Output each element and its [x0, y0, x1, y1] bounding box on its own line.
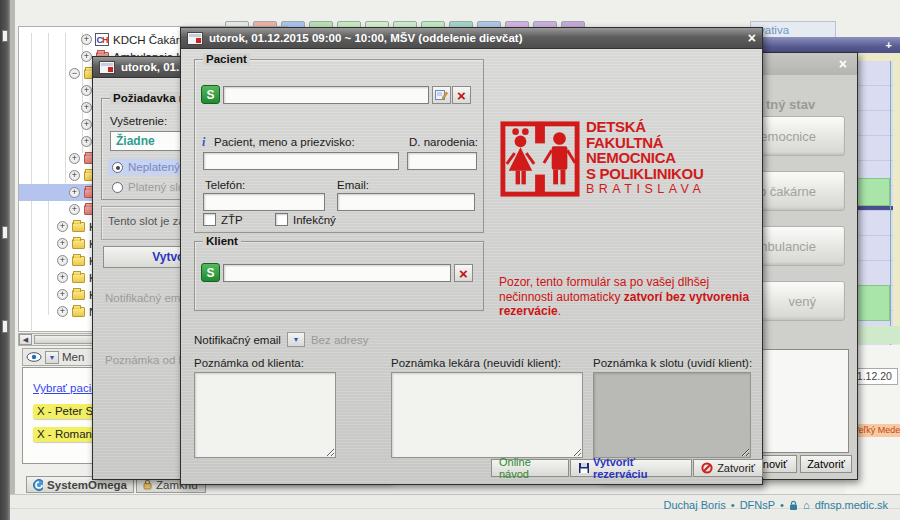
note-client-label: Poznámka od klienta:: [194, 357, 336, 369]
button-label: Zatvoriť: [717, 462, 755, 474]
patient-name-input[interactable]: [203, 152, 399, 170]
hospital-logo-mark: [499, 119, 581, 199]
clear-x-icon: ×: [459, 266, 468, 281]
close-button[interactable]: Zatvoriť: [800, 455, 852, 473]
expand-plus-icon[interactable]: +: [57, 306, 68, 317]
examination-label: Vyšetrenie:: [110, 115, 167, 127]
folder-yellow-icon: [72, 256, 85, 266]
expand-plus-icon[interactable]: +: [57, 255, 68, 266]
expand-plus-icon[interactable]: +: [81, 119, 92, 130]
ztp-checkbox[interactable]: [203, 213, 216, 226]
dialog-heading: tný stav: [766, 97, 815, 112]
dialog-white-panel: [751, 349, 849, 453]
expand-plus-icon[interactable]: +: [69, 170, 80, 181]
folder-yellow-icon: [72, 273, 85, 283]
online-help-button[interactable]: Online návod: [491, 459, 569, 477]
status-site[interactable]: dfnsp.medic.sk: [815, 499, 888, 511]
folder-yellow-icon: [72, 239, 85, 249]
patient-clear-button[interactable]: ×: [452, 86, 471, 104]
expand-plus-icon[interactable]: +: [57, 289, 68, 300]
close-icon[interactable]: ×: [839, 57, 847, 71]
patient-groupbox: Pacient S × i Pacient, meno a priezvisko…: [194, 59, 484, 233]
phone-label: Telefón:: [205, 179, 245, 191]
notification-email-value: Bez adresy: [311, 334, 369, 346]
dob-label: D. narodenia:: [409, 136, 478, 148]
expand-plus-icon[interactable]: +: [57, 272, 68, 283]
patient-search-input[interactable]: [223, 86, 429, 104]
select-patient-link[interactable]: Vybrať pacie: [33, 382, 98, 394]
info-icon: i: [202, 135, 205, 150]
expand-plus-icon[interactable]: +: [69, 187, 80, 198]
patient-edit-button[interactable]: [432, 86, 451, 104]
selected-value: Žiadne: [116, 134, 155, 148]
expand-plus-icon[interactable]: +: [69, 204, 80, 215]
dob-input[interactable]: [407, 152, 477, 170]
chevron-down-icon: ▼: [292, 336, 299, 343]
note-client-textarea[interactable]: [194, 372, 336, 458]
infectious-label: Infekčný: [293, 214, 336, 226]
status-user: Duchaj Boris: [663, 499, 725, 511]
slot-info-text: Tento slot je za: [108, 215, 185, 227]
client-search-icon[interactable]: S: [201, 263, 220, 282]
expand-plus-icon[interactable]: +: [81, 85, 92, 96]
logo-line: NEMOCNICA: [586, 150, 705, 166]
button-label: Online návod: [499, 456, 561, 480]
edge-marker: [2, 320, 8, 333]
dialog-footer-buttons: Online návod Vytvoriť rezerváciu Zatvori…: [491, 459, 763, 477]
client-clear-button[interactable]: ×: [454, 264, 473, 282]
expand-plus-icon[interactable]: +: [57, 238, 68, 249]
note-doctor-label: Poznámka lekára (neuvidí klient):: [391, 357, 583, 369]
patient-search-icon[interactable]: S: [201, 85, 220, 104]
expand-plus-icon[interactable]: +: [81, 136, 92, 147]
radio-paid-slot[interactable]: Platený slot: [108, 179, 191, 195]
plus-badge[interactable]: +: [886, 39, 892, 51]
edge-marker: [2, 226, 8, 239]
client-search-input[interactable]: [223, 264, 451, 282]
expand-plus-icon[interactable]: +: [69, 153, 80, 164]
expand-plus-icon[interactable]: +: [81, 34, 92, 45]
email-dropdown-button[interactable]: ▼: [287, 332, 305, 347]
clear-x-icon: ×: [457, 88, 466, 103]
logo-line: S POLIKLINIKOU: [586, 166, 705, 182]
status-bar: Duchaj Boris • DFNsP • ⌂ dfnsp.medic.sk: [663, 499, 888, 511]
notification-email-label: Notifikačný email: [105, 292, 192, 304]
calendar-icon: [99, 61, 115, 74]
expand-plus-icon[interactable]: +: [81, 102, 92, 113]
note-doctor-textarea[interactable]: [391, 372, 583, 458]
notification-email-label: Notifikačný email: [194, 334, 281, 346]
button-label: Zatvoriť: [807, 458, 845, 470]
close-dialog-button[interactable]: Zatvoriť: [693, 459, 763, 477]
systemomega-logo-icon: [33, 479, 43, 491]
home-icon: ⌂: [803, 499, 810, 511]
expand-plus-icon[interactable]: +: [57, 221, 68, 232]
patient-name-label: Pacient, meno a priezvisko:: [214, 136, 355, 148]
email-input[interactable]: [337, 193, 475, 211]
button-label: noviť: [763, 458, 787, 470]
calendar-grid-line: [890, 61, 891, 345]
note-doctor-column: Poznámka lekára (neuvidí klient):: [391, 357, 583, 462]
expand-plus-icon[interactable]: +: [81, 51, 92, 62]
edit-form-icon: [435, 89, 448, 101]
chevron-down-icon[interactable]: ▼: [45, 351, 59, 364]
infectious-checkbox[interactable]: [275, 213, 288, 226]
note-slot-label: Poznámka k slotu (uvidí klient):: [593, 357, 752, 369]
folder-yellow-icon: [72, 307, 85, 317]
desktop: + CH KDCH Čakáreň + Ambulancie KD − + + …: [0, 0, 900, 520]
close-icon[interactable]: ×: [748, 31, 756, 45]
status-org: DFNsP: [740, 499, 775, 511]
create-reservation-button[interactable]: Vytvoriť rezerváciu: [570, 459, 692, 477]
dialog-titlebar[interactable]: utorok, 01.12.2015 09:00 ~ 10:00, MŠV (o…: [181, 28, 762, 49]
edge-marker: [2, 30, 8, 42]
notification-email-row: Notifikačný email ▼ Bez adresy: [194, 332, 368, 347]
radio-icon[interactable]: [112, 182, 123, 193]
phone-input[interactable]: [203, 193, 325, 211]
scroll-left-icon[interactable]: ◀: [19, 334, 32, 345]
radio-icon[interactable]: [112, 162, 123, 173]
eye-icon[interactable]: [26, 352, 42, 362]
collapse-minus-icon[interactable]: −: [69, 68, 80, 79]
calendar-side-column: [893, 61, 900, 345]
bullet-separator: •: [731, 499, 735, 511]
left-edge-strip: [0, 0, 10, 520]
calendar-header-bar: +: [742, 37, 900, 53]
button-label: o čakárne: [759, 184, 816, 199]
